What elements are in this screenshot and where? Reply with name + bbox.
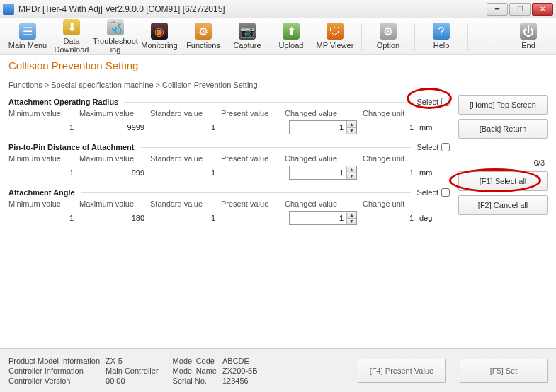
change-unit-value: 1	[363, 123, 419, 132]
f4-present-value-button[interactable]: [F4] Present Value	[358, 359, 446, 383]
camera-icon: 📷	[239, 23, 256, 40]
col-max: Maximum value	[79, 109, 150, 117]
col-unit: Change unit	[363, 200, 419, 208]
max-value: 180	[79, 214, 150, 222]
spin-down-icon[interactable]: ▼	[347, 219, 356, 225]
select-label: Select	[416, 143, 450, 151]
end-button[interactable]: ⏻End	[506, 19, 550, 54]
option-button[interactable]: ⚙Option	[366, 19, 410, 54]
section-title: Pin-to-Pin Distance of Attachment	[8, 143, 134, 151]
download-icon: ⬇	[63, 19, 80, 36]
home-button[interactable]: [Home] Top Screen	[458, 95, 548, 115]
title-bar: MPDr [Tier-4 With Adj] Ver2.9.0.0 [COM91…	[0, 0, 556, 18]
changed-value-spinner[interactable]: ▲▼	[289, 120, 357, 134]
toolbar: ☰Main Menu ⬇Data Download 🩺Troubleshoot …	[0, 18, 556, 55]
status-bar: Product Model InformationZX-5 Controller…	[0, 348, 556, 392]
breadcrumb: Functions > Special specification machin…	[0, 81, 556, 95]
select-checkbox-2[interactable]	[441, 188, 450, 197]
changed-value-input[interactable]	[290, 166, 346, 179]
max-value: 999	[79, 168, 150, 177]
col-min: Minimum value	[8, 200, 79, 208]
changed-value-spinner[interactable]: ▲▼	[289, 166, 357, 180]
change-unit-value: 1	[363, 168, 419, 177]
divider	[8, 76, 548, 76]
shield-icon: 🛡	[327, 23, 344, 40]
select-checkbox-0[interactable]	[441, 98, 450, 106]
spin-up-icon[interactable]: ▲	[347, 166, 356, 173]
pmi-value: ZX-5	[106, 357, 159, 365]
section-header: Attachment Angle Select	[8, 185, 450, 198]
section-title: Attachment Angle	[8, 188, 75, 197]
std-value: 1	[150, 214, 221, 222]
select-checkbox-1[interactable]	[441, 143, 450, 151]
col-min: Minimum value	[8, 109, 79, 117]
cv-value: 00 00	[106, 376, 159, 385]
troubleshooting-button[interactable]: 🩺Troubleshoot ing	[93, 19, 137, 54]
back-button[interactable]: [Back] Return	[458, 119, 548, 139]
std-value: 1	[150, 123, 221, 132]
col-present: Present value	[221, 200, 285, 208]
spin-up-icon[interactable]: ▲	[347, 121, 356, 128]
change-unit-value: 1	[363, 214, 419, 222]
minimize-button[interactable]: ━	[487, 3, 508, 16]
mn-value: ZX200-5B	[222, 367, 258, 375]
changed-value-input[interactable]	[290, 121, 346, 134]
app-icon	[3, 4, 14, 15]
close-button[interactable]: ✕	[532, 3, 553, 16]
section-header: Pin-to-Pin Distance of Attachment Select	[8, 140, 450, 153]
sn-label: Serial No.	[173, 376, 217, 385]
pmi-label: Product Model Information	[8, 357, 100, 365]
col-present: Present value	[221, 154, 285, 163]
selection-counter: 0/3	[458, 157, 548, 167]
unit-label: mm	[419, 168, 448, 177]
min-value: 1	[8, 168, 79, 177]
col-unit: Change unit	[363, 109, 419, 117]
maximize-button[interactable]: ☐	[509, 3, 531, 16]
mc-label: Model Code	[173, 357, 217, 365]
upload-icon: ⬆	[283, 23, 300, 40]
f5-set-button[interactable]: [F5] Set	[460, 359, 548, 383]
col-max: Maximum value	[79, 200, 150, 208]
cancel-all-button[interactable]: [F2] Cancel all	[458, 195, 548, 215]
ci-value: Main Controller	[106, 367, 159, 375]
changed-value-spinner[interactable]: ▲▼	[289, 211, 357, 225]
spin-down-icon[interactable]: ▼	[347, 173, 356, 180]
help-icon: ?	[433, 23, 450, 40]
table-row: 1 999 1 ▲▼ 1 mm	[8, 164, 450, 185]
col-std: Standard value	[150, 200, 221, 208]
functions-button[interactable]: ⚙Functions	[181, 19, 225, 54]
capture-button[interactable]: 📷Capture	[225, 19, 269, 54]
stethoscope-icon: 🩺	[107, 19, 124, 36]
unit-label: deg	[419, 214, 448, 222]
main-menu-button[interactable]: ☰Main Menu	[6, 19, 50, 54]
col-std: Standard value	[150, 109, 221, 117]
col-std: Standard value	[150, 154, 221, 163]
col-changed: Changed value	[285, 200, 363, 208]
upload-button[interactable]: ⬆Upload	[269, 19, 313, 54]
data-download-button[interactable]: ⬇Data Download	[50, 19, 93, 54]
gear-icon: ⚙	[380, 23, 397, 40]
mp-viewer-button[interactable]: 🛡MP Viewer	[313, 19, 357, 54]
std-value: 1	[150, 168, 221, 177]
help-button[interactable]: ?Help	[419, 19, 463, 54]
window-title: MPDr [Tier-4 With Adj] Ver2.9.0.0 [COM91…	[18, 4, 485, 14]
gauge-icon: ◉	[151, 23, 168, 40]
functions-icon: ⚙	[195, 23, 212, 40]
power-icon: ⏻	[520, 23, 537, 40]
col-max: Maximum value	[79, 154, 150, 163]
select-label: Select	[416, 98, 450, 106]
unit-label: mm	[419, 123, 448, 132]
table-row: 1 9999 1 ▲▼ 1 mm	[8, 119, 450, 140]
select-all-button[interactable]: [F1] Select all	[458, 171, 548, 191]
changed-value-input[interactable]	[290, 212, 346, 224]
spin-down-icon[interactable]: ▼	[347, 128, 356, 134]
col-present: Present value	[221, 109, 285, 117]
page-title: Collision Prevention Setting	[8, 59, 548, 71]
col-changed: Changed value	[285, 109, 363, 117]
spin-up-icon[interactable]: ▲	[347, 212, 356, 219]
ci-label: Controller Information	[8, 367, 100, 375]
monitoring-button[interactable]: ◉Monitoring	[137, 19, 181, 54]
col-changed: Changed value	[285, 154, 363, 163]
mn-label: Model Name	[173, 367, 217, 375]
table-row: 1 180 1 ▲▼ 1 deg	[8, 209, 450, 231]
